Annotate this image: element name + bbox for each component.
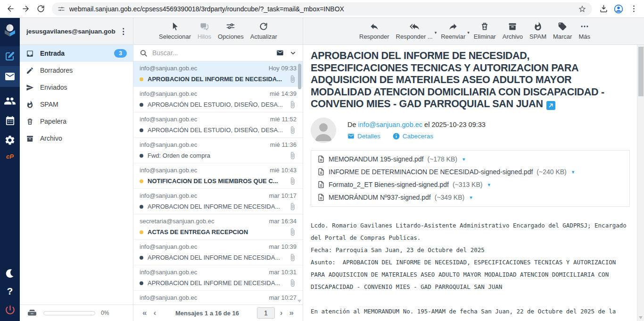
- list-item[interactable]: secretaria@sanjuan.gob.ec mar 16:34 ACTA…: [133, 214, 303, 240]
- spam-button[interactable]: SPAM: [526, 22, 550, 40]
- attachment-name[interactable]: INFORME DE DETERMINACION DE NECESIDAD-si…: [329, 168, 533, 176]
- sender-email-link[interactable]: info@sanjuan.gob.ec: [358, 121, 422, 128]
- message-subject: ACTAS DE ENTREGA RECEPCION: [148, 228, 284, 236]
- message-sender: info@sanjuan.gob.ec: [140, 116, 197, 123]
- bookmark-star-icon[interactable]: [578, 5, 586, 13]
- browser-profile-button[interactable]: [611, 1, 626, 17]
- folder-enviados[interactable]: Enviados: [20, 79, 133, 96]
- status-dot: [140, 103, 143, 107]
- next-page-button[interactable]: ›: [277, 308, 286, 318]
- message-body: Lcdo. Romario Gavilanes Litardo-Asistent…: [311, 220, 630, 321]
- rail-contacts-button[interactable]: [0, 93, 20, 110]
- account-menu-button[interactable]: ⋮: [117, 26, 129, 36]
- delete-button[interactable]: Eliminar: [471, 22, 499, 40]
- pdf-file-icon: [317, 194, 325, 201]
- content-scrollbar-down-arrow[interactable]: [639, 316, 643, 319]
- threads-button[interactable]: Hilos: [194, 22, 215, 40]
- attachment-menu-caret[interactable]: ▾: [487, 182, 490, 188]
- attachment-row[interactable]: INFORME DE DETERMINACION DE NECESIDAD-si…: [311, 166, 629, 178]
- select-button[interactable]: Seleccionar: [156, 22, 194, 40]
- message-sender: info@sanjuan.gob.ec: [140, 269, 197, 276]
- mail-toolbar: Responder Responder ... ▾ Reenviar ▾ Eli…: [303, 18, 644, 45]
- cpanel-icon[interactable]: cP: [0, 149, 20, 163]
- list-item[interactable]: info@sanjuan.gob.ec mié 10:43 NOTIFICACI…: [133, 163, 303, 189]
- refresh-button[interactable]: Actualizar: [247, 22, 281, 40]
- attachments-box: MEMORANDUM 195-signed.pdf (~178 KB) ▾ IN…: [311, 150, 630, 207]
- forward-dropdown-caret[interactable]: ▾: [467, 30, 470, 35]
- refresh-icon: [259, 22, 268, 31]
- archive-button[interactable]: Archivo: [499, 22, 526, 40]
- message-date: mar 10:39: [269, 243, 297, 250]
- list-item[interactable]: info@sanjuan.gob.ec Hoy 09:33 APROBACION…: [133, 61, 303, 87]
- content-scrollbar[interactable]: [637, 45, 644, 321]
- logout-button[interactable]: [0, 300, 20, 319]
- message-sender: info@sanjuan.gob.ec: [140, 65, 197, 72]
- browser-forward-button[interactable]: [18, 1, 33, 17]
- first-page-button[interactable]: «: [139, 308, 150, 318]
- sender-avatar: [311, 118, 336, 143]
- message-subject: APROBACION DEL INFORME DE NECESIDA...: [148, 76, 284, 83]
- attachment-row[interactable]: MEMORÁNDUM Nº937-signed.pdf (~349 KB) ▾: [311, 191, 629, 204]
- rail-calendar-button[interactable]: [0, 112, 20, 129]
- help-button[interactable]: ?: [0, 282, 20, 300]
- prev-page-button[interactable]: ‹: [150, 308, 159, 318]
- list-item[interactable]: info@sanjuan.gob.ec mar 10:27: [133, 291, 303, 304]
- search-options-chevron-icon[interactable]: [289, 50, 297, 57]
- details-link[interactable]: Detalles: [347, 133, 380, 140]
- compose-button[interactable]: [0, 46, 20, 66]
- pagination-bar: « ‹ Mensajes 1 a 16 de 16 1 › »: [133, 304, 303, 321]
- mail-icon: [4, 71, 16, 82]
- url-text[interactable]: webmail.sanjuan.gob.ec/cpsess4569390018/…: [69, 5, 574, 13]
- mark-button[interactable]: Marcar: [550, 22, 575, 40]
- attachment-menu-caret[interactable]: ▾: [462, 156, 465, 162]
- page-number-input[interactable]: 1: [257, 307, 275, 319]
- list-scrollbar-down-arrow[interactable]: [297, 300, 301, 303]
- list-item[interactable]: info@sanjuan.gob.ec mié 11:36 Fwd: Orden…: [133, 138, 303, 163]
- reply-all-dropdown-caret[interactable]: ▾: [435, 30, 437, 35]
- attachment-menu-caret[interactable]: ▾: [470, 194, 472, 201]
- folder-label: Enviados: [40, 84, 67, 91]
- account-email: jesusgavilanes@sanjuan.gob....: [26, 28, 116, 35]
- more-button[interactable]: Más: [575, 22, 594, 40]
- list-item[interactable]: info@sanjuan.gob.ec mar 10:39 APROBACION…: [133, 240, 303, 265]
- browser-reload-button[interactable]: [33, 1, 48, 17]
- list-item[interactable]: info@sanjuan.gob.ec mar 10:17 APROBACION…: [133, 189, 303, 214]
- folder-archivo[interactable]: Archivo: [20, 130, 133, 147]
- browser-menu-button[interactable]: [626, 1, 641, 17]
- reply-all-button[interactable]: Responder ...: [393, 22, 436, 40]
- folder-spam[interactable]: SPAM: [20, 96, 133, 113]
- list-scrollbar-thumb[interactable]: [298, 64, 301, 89]
- attachment-name[interactable]: MEMORANDUM 195-signed.pdf: [329, 155, 424, 163]
- folder-entrada[interactable]: Entrada 3: [20, 45, 133, 62]
- dark-mode-button[interactable]: [0, 264, 20, 282]
- list-item[interactable]: info@sanjuan.gob.ec mié 14:39 APROBACIÓN…: [133, 87, 303, 112]
- url-bar[interactable]: webmail.sanjuan.gob.ec/cpsess4569390018/…: [52, 2, 592, 16]
- attachment-name[interactable]: MEMORÁNDUM Nº937-signed.pdf: [329, 194, 431, 201]
- download-button[interactable]: [596, 1, 611, 17]
- attachment-menu-caret[interactable]: ▾: [572, 169, 575, 175]
- attachment-row[interactable]: Formato_2_ET Bienes-signed-signed.pdf (~…: [311, 178, 629, 191]
- attachment-row[interactable]: MEMORANDUM 195-signed.pdf (~178 KB) ▾: [311, 153, 629, 166]
- headers-link[interactable]: Cabeceras: [393, 133, 433, 140]
- options-button[interactable]: Opciones: [215, 22, 247, 40]
- forward-button[interactable]: Reenviar: [438, 22, 469, 40]
- rail-mail-button[interactable]: [0, 66, 20, 87]
- search-scope-mail-icon[interactable]: [275, 49, 285, 57]
- folder-label: Archivo: [40, 135, 62, 142]
- last-page-button[interactable]: »: [286, 308, 297, 318]
- attachment-name[interactable]: Formato_2_ET Bienes-signed-signed.pdf: [329, 181, 449, 188]
- folder-papelera[interactable]: Papelera: [20, 113, 133, 130]
- rail-settings-button[interactable]: [0, 131, 20, 149]
- content-scrollbar-thumb[interactable]: [638, 47, 644, 96]
- search-input[interactable]: [152, 49, 271, 57]
- site-settings-icon[interactable]: [58, 5, 65, 13]
- folder-borradores[interactable]: Borradores: [20, 62, 133, 79]
- reply-button[interactable]: Responder: [356, 22, 393, 40]
- browser-back-button[interactable]: [3, 1, 18, 17]
- search-icon: [140, 49, 148, 57]
- list-item[interactable]: info@sanjuan.gob.ec mar 10:31 APROBACION…: [133, 265, 303, 291]
- paperclip-icon: [289, 101, 297, 109]
- reply-icon: [370, 22, 379, 31]
- list-item[interactable]: info@sanjuan.gob.ec mié 11:52 APROBACIÓN…: [133, 112, 303, 138]
- open-in-new-window-icon[interactable]: [546, 101, 555, 110]
